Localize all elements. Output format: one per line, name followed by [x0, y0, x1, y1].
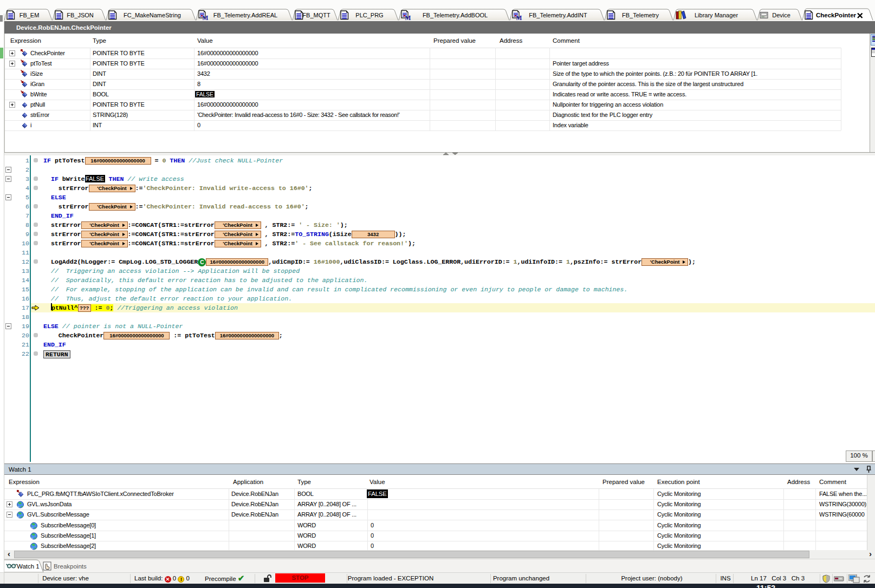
svg-text:FB_JSON: FB_JSON	[67, 12, 94, 18]
svg-text:Breakpoints: Breakpoints	[54, 563, 87, 570]
svg-text:FB_Telemetry.AddBOOL: FB_Telemetry.AddBOOL	[423, 12, 488, 18]
svg-text:FB_EM: FB_EM	[20, 12, 40, 18]
svg-text:FB_Telemetry.AddINT: FB_Telemetry.AddINT	[529, 12, 587, 18]
svg-text:FB_Telemetry.AddREAL: FB_Telemetry.AddREAL	[213, 12, 277, 18]
svg-text:CheckPointer: CheckPointer	[816, 12, 857, 18]
svg-text:M: M	[405, 15, 411, 21]
svg-text:Watch 1: Watch 1	[17, 563, 40, 570]
svg-text:Device: Device	[772, 12, 790, 18]
svg-text:FB_Telemetry: FB_Telemetry	[622, 12, 659, 18]
svg-text:M: M	[516, 15, 522, 21]
svg-text:PLC_PRG: PLC_PRG	[355, 12, 383, 18]
svg-text:Library Manager: Library Manager	[695, 12, 738, 18]
svg-text:FB_MQTT: FB_MQTT	[302, 12, 330, 18]
svg-text:FC_MakeNameString: FC_MakeNameString	[124, 12, 181, 18]
svg-text:M: M	[203, 15, 209, 21]
